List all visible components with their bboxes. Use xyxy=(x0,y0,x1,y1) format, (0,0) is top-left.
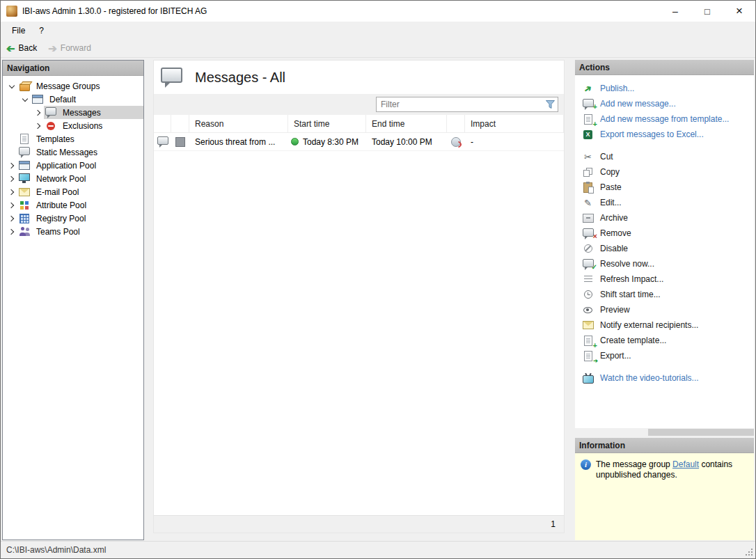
column-start-time[interactable]: Start time xyxy=(288,115,366,132)
action-label: Publish... xyxy=(600,84,634,93)
tree-item-network-pool[interactable]: Network Pool xyxy=(3,172,143,185)
chevron-expanded-icon[interactable] xyxy=(6,79,17,93)
action-export-messages-to-excel[interactable]: Export messages to Excel... xyxy=(582,127,754,142)
tree-item-application-pool[interactable]: Application Pool xyxy=(3,159,143,172)
filter-input[interactable] xyxy=(377,100,542,109)
chevron-collapsed-icon[interactable] xyxy=(6,225,17,238)
column-reason[interactable]: Reason xyxy=(189,115,288,132)
maximize-icon xyxy=(704,6,710,17)
title-bar: IBI-aws Admin 1.30.0 - registered for IB… xyxy=(1,1,755,22)
action-edit[interactable]: Edit... xyxy=(582,195,754,210)
forward-label: Forward xyxy=(61,43,91,53)
edit-icon xyxy=(582,198,594,207)
chevron-spacer xyxy=(6,145,17,159)
actions-horizontal-scrollbar[interactable] xyxy=(575,428,754,436)
remove-icon xyxy=(582,230,594,237)
video-tutorials-icon xyxy=(582,373,594,384)
forward-button[interactable]: Forward xyxy=(48,43,91,54)
action-add-message-from-template[interactable]: Add new message from template... xyxy=(582,111,754,127)
menu-file[interactable]: File xyxy=(5,24,32,38)
notify-recipients-icon xyxy=(582,321,594,329)
chevron-collapsed-icon[interactable] xyxy=(32,106,44,119)
action-label: Copy xyxy=(600,167,620,177)
action-watch-video-tutorials[interactable]: Watch the video-tutorials... xyxy=(582,370,754,386)
menu-help[interactable]: ? xyxy=(32,24,51,38)
tree-item-messages[interactable]: Messages xyxy=(3,106,143,119)
tree-item-static-messages[interactable]: Static Messages xyxy=(3,145,143,159)
column-end-time[interactable]: End time xyxy=(366,115,447,132)
action-preview[interactable]: Preview xyxy=(582,302,754,317)
tree-item-label: Registry Pool xyxy=(34,214,88,223)
cell-impact: - xyxy=(465,133,564,150)
navigation-panel-header: Navigation xyxy=(3,61,143,76)
tree-item-registry-pool[interactable]: Registry Pool xyxy=(3,212,143,225)
table-row[interactable]: Serious threat from ... Today 8:30 PM To… xyxy=(154,133,564,151)
chevron-collapsed-icon[interactable] xyxy=(32,119,44,132)
action-disable[interactable]: Disable xyxy=(582,241,754,256)
column-message-icon[interactable] xyxy=(154,115,171,132)
app-icon xyxy=(6,6,17,17)
action-add-new-message[interactable]: Add new message... xyxy=(582,96,754,111)
default-group-icon xyxy=(32,95,43,104)
minimize-icon xyxy=(672,6,678,17)
chevron-expanded-icon[interactable] xyxy=(19,93,31,106)
filter-funnel-icon[interactable] xyxy=(542,100,558,109)
excel-icon xyxy=(582,130,594,139)
maximize-button[interactable] xyxy=(691,1,723,22)
actions-group-separator xyxy=(582,363,754,370)
tree-item-email-pool[interactable]: E-mail Pool xyxy=(3,185,143,198)
action-export[interactable]: Export... xyxy=(582,348,754,363)
chevron-collapsed-icon[interactable] xyxy=(6,172,17,185)
action-remove[interactable]: Remove xyxy=(582,226,754,241)
tree-item-exclusions[interactable]: Exclusions xyxy=(3,119,143,132)
action-resolve-now[interactable]: Resolve now... xyxy=(582,256,754,271)
page-title: Messages - All xyxy=(195,70,285,86)
navigation-toolbar: Back Forward xyxy=(1,39,755,58)
tree-item-teams-pool[interactable]: Teams Pool xyxy=(3,225,143,238)
action-label: Notify external recipients... xyxy=(600,320,698,330)
action-notify-external-recipients[interactable]: Notify external recipients... xyxy=(582,317,754,333)
actions-group-separator xyxy=(582,142,754,149)
column-impact-icon[interactable] xyxy=(447,115,465,132)
back-button[interactable]: Back xyxy=(6,43,37,54)
action-create-template[interactable]: Create template... xyxy=(582,333,754,348)
column-impact[interactable]: Impact xyxy=(465,115,564,132)
action-copy[interactable]: Copy xyxy=(582,164,754,180)
resize-grip[interactable] xyxy=(751,554,753,556)
action-paste[interactable]: Paste xyxy=(582,180,754,195)
disable-icon xyxy=(582,244,594,253)
cell-start-time: Today 8:30 PM xyxy=(303,137,359,147)
chevron-collapsed-icon[interactable] xyxy=(6,185,17,198)
tree-item-label: Attribute Pool xyxy=(34,200,88,210)
tree-item-message-groups[interactable]: Message Groups xyxy=(3,79,143,93)
tree-item-label: Static Messages xyxy=(34,148,100,157)
minimize-button[interactable] xyxy=(659,1,691,22)
action-archive[interactable]: Archive xyxy=(582,210,754,226)
action-cut[interactable]: Cut xyxy=(582,149,754,164)
table-header: Reason Start time End time Impact xyxy=(154,115,564,133)
registry-pool-icon xyxy=(19,214,29,223)
exclusions-icon xyxy=(47,122,55,130)
close-button[interactable] xyxy=(723,1,755,22)
action-publish[interactable]: Publish... xyxy=(582,81,754,96)
cell-reason: Serious threat from ... xyxy=(189,133,288,150)
active-status-icon xyxy=(291,138,299,145)
tree-item-attribute-pool[interactable]: Attribute Pool xyxy=(3,198,143,212)
tree-item-label: Messages xyxy=(61,108,103,118)
chevron-collapsed-icon[interactable] xyxy=(6,198,17,212)
action-label: Edit... xyxy=(600,198,622,207)
scrollbar-thumb[interactable] xyxy=(648,429,754,436)
tree-item-label: E-mail Pool xyxy=(34,187,81,197)
column-select[interactable] xyxy=(171,115,189,132)
action-label: Refresh Impact... xyxy=(600,274,663,284)
action-shift-start-time[interactable]: Shift start time... xyxy=(582,287,754,302)
chevron-collapsed-icon[interactable] xyxy=(6,159,17,172)
default-group-link[interactable]: Default xyxy=(672,459,699,469)
filter-field[interactable] xyxy=(376,97,558,112)
chevron-collapsed-icon[interactable] xyxy=(6,212,17,225)
tree-item-default[interactable]: Default xyxy=(3,93,143,106)
action-refresh-impact[interactable]: Refresh Impact... xyxy=(582,271,754,287)
tree-item-label: Exclusions xyxy=(61,121,104,131)
info-icon xyxy=(581,459,591,470)
tree-item-templates[interactable]: Templates xyxy=(3,132,143,145)
